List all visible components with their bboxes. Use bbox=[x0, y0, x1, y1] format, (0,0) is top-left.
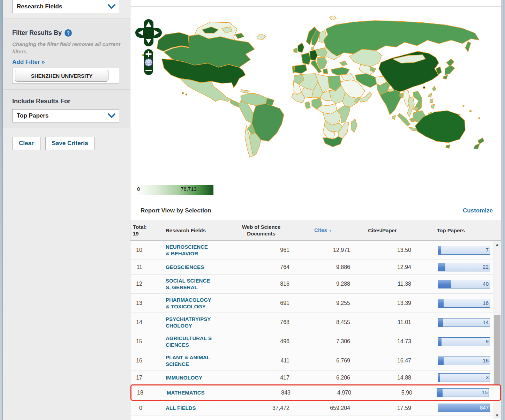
research-field-link[interactable]: MATHEMATICS bbox=[167, 389, 213, 396]
table-body: 10NEUROSCIENCE & BEHAVIOR96112,97113.507… bbox=[130, 241, 501, 419]
shenzhen-university-filter-chip[interactable]: SHENZHEN UNIVERSITY bbox=[15, 70, 108, 82]
top-papers-bar: 9 bbox=[438, 337, 490, 346]
scroll-down-icon[interactable]: ▼ bbox=[493, 412, 501, 419]
research-field-link[interactable]: PHARMACOLOGY & TOXICOLOGY bbox=[166, 297, 212, 310]
wos-documents-cell: 496 bbox=[228, 336, 294, 347]
rank-cell: 12 bbox=[130, 278, 158, 290]
column-header-wos-documents[interactable]: Web of Science Documents bbox=[228, 224, 294, 237]
field-cell: MATHEMATICS bbox=[159, 387, 229, 399]
research-fields-dropdown-value: Research Fields bbox=[17, 3, 62, 10]
top-papers-bar: 3 bbox=[438, 373, 490, 382]
cites-per-paper-cell: 13.50 bbox=[352, 244, 413, 256]
rank-cell: 16 bbox=[130, 355, 158, 367]
filter-box: SHENZHEN UNIVERSITY bbox=[12, 68, 119, 84]
top-papers-cell: 7 bbox=[413, 243, 501, 257]
map-zoom-control[interactable] bbox=[144, 49, 153, 75]
filter-section: Filter Results By ? Changing the filter … bbox=[3, 19, 130, 90]
cites-per-paper-cell: 16.47 bbox=[352, 355, 413, 367]
research-field-link[interactable]: PSYCHIATRY/PSYCHOLOGY bbox=[166, 316, 212, 329]
report-title: Report View by Selection bbox=[141, 207, 211, 214]
top-papers-bar: 14 bbox=[438, 318, 490, 327]
main-panel: 0 76,713 Report View by Selection Custom… bbox=[130, 0, 501, 420]
main-top-band bbox=[130, 0, 501, 7]
scroll-up-icon[interactable]: ▲ bbox=[493, 241, 501, 248]
column-header-cites-per-paper[interactable]: Cites/Paper bbox=[352, 227, 413, 234]
legend-min-value: 0 bbox=[137, 186, 140, 192]
map-legend: 0 76,713 bbox=[136, 185, 213, 195]
clear-button[interactable]: Clear bbox=[12, 137, 40, 150]
table-row: 14PSYCHIATRY/PSYCHOLOGY7688,45511.0114 bbox=[130, 313, 501, 332]
rank-cell: 14 bbox=[130, 316, 158, 328]
research-field-link[interactable]: NEUROSCIENCE & BEHAVIOR bbox=[166, 243, 212, 257]
actions-section: Clear Save Criteria bbox=[3, 128, 130, 420]
field-cell: IMMUNOLOGY bbox=[158, 372, 228, 384]
top-papers-bar: 847 bbox=[438, 404, 490, 412]
table-header: Total: 19 Research Fields Web of Science… bbox=[130, 220, 501, 241]
help-icon[interactable]: ? bbox=[65, 29, 72, 37]
cites-cell: 9,255 bbox=[294, 297, 352, 309]
rank-cell: 18 bbox=[131, 387, 159, 399]
world-map-panel: 0 76,713 bbox=[130, 7, 501, 201]
top-papers-bar: 22 bbox=[438, 263, 490, 271]
top-papers-value: 40 bbox=[483, 281, 489, 287]
sidebar: Research Fields Filter Results By ? Chan… bbox=[3, 0, 130, 420]
top-papers-bar: 15 bbox=[437, 388, 489, 397]
total-header: Total: 19 bbox=[130, 224, 158, 237]
table-row: 17IMMUNOLOGY4176,20614.883 bbox=[130, 370, 501, 385]
save-criteria-button[interactable]: Save Criteria bbox=[45, 137, 95, 150]
cites-cell: 6,206 bbox=[294, 372, 352, 384]
report-header: Report View by Selection Customize bbox=[130, 201, 501, 220]
rank-cell: 13 bbox=[130, 297, 158, 309]
wos-documents-cell: 37,472 bbox=[228, 402, 294, 414]
research-field-link[interactable]: ALL FIELDS bbox=[166, 405, 212, 411]
research-field-link[interactable]: GEOSCIENCES bbox=[166, 264, 212, 270]
research-field-link[interactable]: SOCIAL SCIENCES, GENERAL bbox=[166, 277, 212, 291]
legend-max-value: 76,713 bbox=[181, 186, 197, 192]
research-field-link[interactable]: IMMUNOLOGY bbox=[166, 374, 212, 381]
top-papers-cell: 15 bbox=[414, 385, 500, 400]
field-cell: ALL FIELDS bbox=[158, 402, 228, 414]
cites-per-paper-cell: 11.38 bbox=[352, 278, 413, 290]
top-papers-cell: 9 bbox=[413, 335, 501, 349]
cites-cell: 9,886 bbox=[294, 261, 352, 273]
wos-documents-cell: 961 bbox=[228, 244, 294, 256]
top-papers-dropdown[interactable]: Top Papers bbox=[12, 109, 119, 122]
table-row: 18MATHEMATICS8434,9705.9015 bbox=[130, 384, 501, 401]
field-cell: SOCIAL SCIENCES, GENERAL bbox=[158, 275, 228, 293]
top-papers-value: 7 bbox=[486, 247, 489, 253]
cites-cell: 7,306 bbox=[294, 336, 352, 347]
customize-link[interactable]: Customize bbox=[463, 207, 493, 214]
cites-per-paper-cell: 14.73 bbox=[352, 336, 413, 347]
cites-cell: 659,204 bbox=[294, 402, 352, 414]
globe-icon bbox=[145, 59, 152, 66]
column-header-top-papers[interactable]: Top Papers bbox=[413, 227, 501, 234]
column-header-cites[interactable]: Cites ▼ bbox=[294, 227, 352, 234]
top-papers-value: 16 bbox=[483, 358, 489, 363]
top-papers-value: 16 bbox=[483, 300, 489, 306]
field-cell: NEUROSCIENCE & BEHAVIOR bbox=[158, 241, 228, 260]
cites-per-paper-cell: 14.88 bbox=[352, 372, 413, 384]
cites-cell: 8,455 bbox=[294, 316, 352, 328]
add-filter-link[interactable]: Add Filter » bbox=[12, 59, 45, 66]
top-papers-bar: 16 bbox=[438, 299, 490, 308]
field-cell: GEOSCIENCES bbox=[158, 261, 228, 273]
right-edge-strip bbox=[501, 0, 505, 420]
table-row: 12SOCIAL SCIENCES, GENERAL8169,28811.384… bbox=[130, 275, 501, 294]
rank-cell: 15 bbox=[130, 336, 158, 347]
top-papers-value: 22 bbox=[483, 264, 489, 270]
table-rows: 10NEUROSCIENCE & BEHAVIOR96112,97113.507… bbox=[130, 241, 501, 415]
research-fields-dropdown[interactable]: Research Fields bbox=[12, 0, 119, 13]
cites-per-paper-cell: 11.01 bbox=[352, 316, 413, 328]
include-results-heading: Include Results For bbox=[12, 98, 70, 105]
rank-cell: 10 bbox=[130, 244, 158, 256]
table-row: 15AGRICULTURAL SCIENCES4967,30614.739 bbox=[130, 332, 501, 351]
rank-cell: 0 bbox=[130, 402, 158, 414]
research-field-link[interactable]: PLANT & ANIMAL SCIENCE bbox=[166, 354, 212, 367]
field-cell: PHARMACOLOGY & TOXICOLOGY bbox=[158, 294, 228, 313]
column-header-research-fields[interactable]: Research Fields bbox=[158, 227, 228, 234]
research-field-link[interactable]: AGRICULTURAL SCIENCES bbox=[166, 335, 212, 348]
top-papers-value: 14 bbox=[483, 319, 489, 325]
page: Research Fields Filter Results By ? Chan… bbox=[0, 0, 505, 420]
field-selector-section: Research Fields bbox=[3, 0, 130, 18]
top-papers-value: 9 bbox=[486, 338, 489, 344]
